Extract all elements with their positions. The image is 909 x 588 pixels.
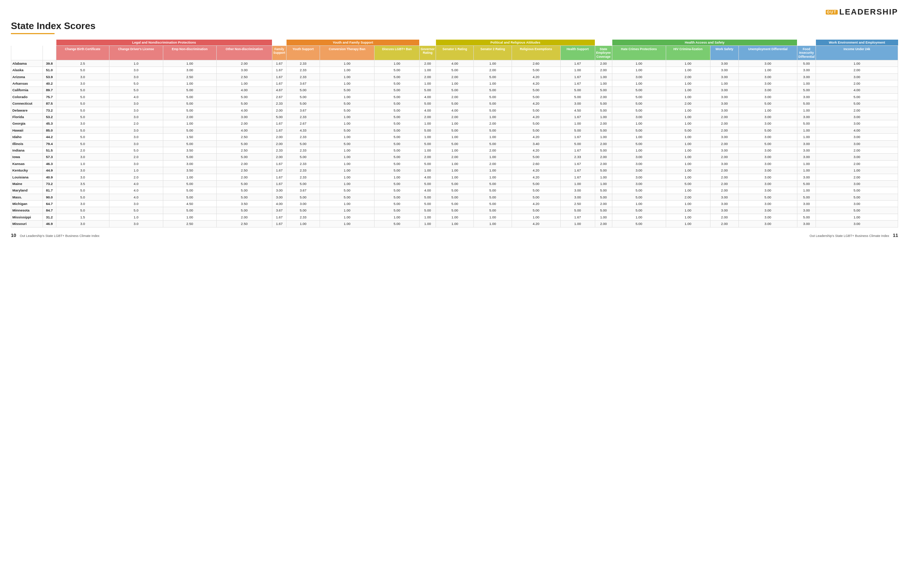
cell-value: 3.00 [710, 194, 739, 200]
cell-value: 5.00 [511, 154, 560, 160]
cell-value: 5.00 [163, 180, 216, 187]
cell-value: 1.00 [320, 174, 374, 180]
cat-youth: Youth and Family Support [286, 40, 420, 46]
cell-value: 1.00 [474, 60, 511, 66]
cell-value: 5.00 [163, 194, 216, 200]
cell-state: Indiana [11, 147, 43, 153]
cell-value: 2.33 [286, 147, 320, 153]
col-other-nondiscrim: Other Non-discrimination [216, 46, 272, 60]
cell-value: 3.00 [612, 73, 666, 80]
cell-value: 5.00 [474, 107, 511, 113]
cat-health: Health Access and Safety [612, 40, 797, 46]
cell-value: 2.00 [710, 120, 739, 127]
cell-value: 3.00 [710, 100, 739, 107]
cell-value: 5.00 [419, 160, 435, 167]
table-row: Alabama39.82.51.01.002.001.672.331.001.0… [11, 60, 898, 66]
cell-value: 3.0 [56, 221, 109, 227]
cell-value: 4.00 [816, 127, 898, 133]
cell-value: 3.00 [286, 200, 320, 207]
cell-value: 5.00 [612, 94, 666, 100]
cell-value: 5.00 [320, 127, 374, 133]
footer-left-text: Out Leadership's State LGBT+ Business Cl… [19, 234, 99, 237]
cell-value: 3.00 [710, 60, 739, 66]
cell-state: Alaska [11, 67, 43, 73]
col-senator2-rating: Senator 2 Rating [474, 46, 511, 60]
logo: OUT LEADERSHIP [826, 7, 898, 17]
cell-value: 1.00 [419, 120, 435, 127]
cell-value: 5.00 [436, 67, 474, 73]
cell-value: 2.00 [710, 187, 739, 194]
cell-value: 5.00 [595, 100, 612, 107]
cell-value: 4.67 [272, 87, 286, 94]
cell-value: 3.00 [739, 187, 797, 194]
cell-value: 3.0 [109, 160, 163, 167]
cell-value: 1.00 [612, 120, 666, 127]
cell-value: 2.67 [286, 120, 320, 127]
cell-value: 1.00 [320, 80, 374, 87]
footer-right-text: Out Leadership's State LGBT+ Business Cl… [809, 234, 889, 237]
cell-value: 1.00 [612, 67, 666, 73]
cell-value: 5.00 [163, 140, 216, 147]
cell-value: 1.00 [595, 174, 612, 180]
cell-value: 5.00 [560, 94, 595, 100]
cell-value: 1.00 [320, 134, 374, 140]
cell-value: 5.00 [612, 87, 666, 94]
cell-value: 1.00 [320, 200, 374, 207]
table-row: Kentucky44.93.01.03.502.501.672.331.005.… [11, 167, 898, 174]
cell-value: 2.00 [710, 127, 739, 133]
cell-value: 5.00 [375, 200, 420, 207]
cell-value: 3.00 [816, 140, 898, 147]
cell-value: 1.00 [816, 214, 898, 220]
cell-value: 5.00 [816, 100, 898, 107]
cell-value: 5.00 [797, 180, 815, 187]
cell-value: 5.0 [56, 87, 109, 94]
cell-value: 2.00 [436, 113, 474, 120]
cell-value: 5.00 [474, 180, 511, 187]
cell-value: 2.00 [216, 214, 272, 220]
cell-value: 4.20 [511, 147, 560, 153]
cell-value: 1.00 [666, 174, 710, 180]
cell-value: 5.00 [163, 94, 216, 100]
cell-value: 1.00 [474, 167, 511, 174]
cell-value: 2.33 [286, 60, 320, 66]
cell-value: 5.00 [163, 87, 216, 94]
cell-value: 3.50 [163, 147, 216, 153]
cell-value: 1.67 [272, 180, 286, 187]
cell-value: 3.00 [816, 221, 898, 227]
cell-value: 5.00 [612, 107, 666, 113]
cell-value: 5.00 [419, 100, 435, 107]
cell-value: 1.00 [797, 160, 815, 167]
cell-value: 2.00 [595, 200, 612, 207]
cell-value: 5.00 [436, 194, 474, 200]
cell-value: 1.67 [272, 73, 286, 80]
cell-value: 1.00 [320, 73, 374, 80]
cell-state: Illinois [11, 140, 43, 147]
cell-value: 5.00 [739, 100, 797, 107]
cell-value: 5.00 [375, 94, 420, 100]
cell-value: 3.0 [109, 100, 163, 107]
cell-value: 2.00 [595, 67, 612, 73]
cell-value: 1.00 [595, 180, 612, 187]
cell-value: 1.67 [272, 214, 286, 220]
table-row: Michigan64.73.03.04.503.504.003.001.005.… [11, 200, 898, 207]
cell-value: 3.0 [56, 154, 109, 160]
table-row: Indiana51.52.05.03.502.502.332.331.005.0… [11, 147, 898, 153]
cell-value: 2.33 [560, 154, 595, 160]
cell-value: 3.00 [710, 73, 739, 80]
cell-value: 1.00 [320, 160, 374, 167]
cell-value: 2.00 [419, 154, 435, 160]
cell-value: 1.00 [163, 80, 216, 87]
cell-value: 5.0 [109, 207, 163, 214]
table-row: Arkansas40.23.05.01.001.001.673.671.005.… [11, 80, 898, 87]
cell-value: 4.00 [419, 187, 435, 194]
cell-value: 3.00 [710, 87, 739, 94]
table-row: Mass.90.05.04.05.005.003.005.005.005.005… [11, 194, 898, 200]
cell-state: Arizona [11, 73, 43, 80]
table-row: Kansas46.31.03.03.002.001.672.331.005.00… [11, 160, 898, 167]
cell-value: 5.00 [286, 194, 320, 200]
cell-value: 5.00 [419, 127, 435, 133]
cell-value: 1.67 [272, 120, 286, 127]
cell-value: 2.00 [666, 100, 710, 107]
cell-value: 1.50 [163, 134, 216, 140]
cell-value: 1.00 [797, 134, 815, 140]
